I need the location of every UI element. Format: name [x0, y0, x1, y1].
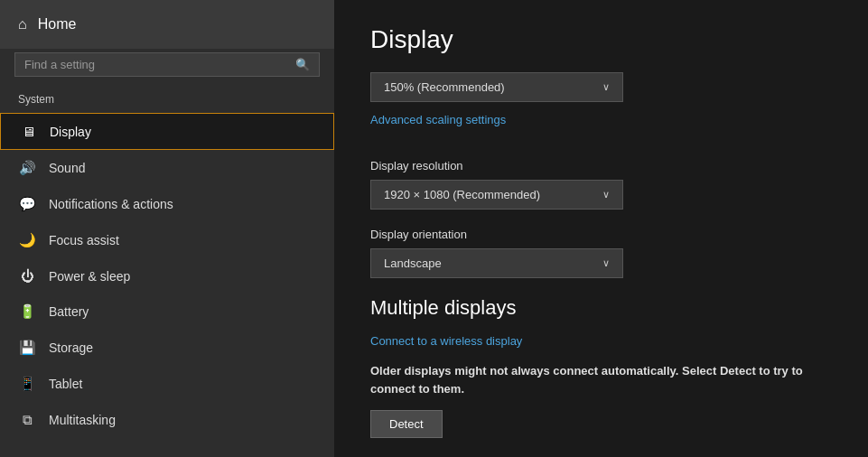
sidebar-item-label: Power & sleep	[49, 269, 130, 284]
resolution-value: 1920 × 1080 (Recommended)	[384, 188, 540, 201]
sidebar-item-storage[interactable]: 💾 Storage	[0, 330, 334, 366]
wireless-display-link[interactable]: Connect to a wireless display	[370, 334, 522, 348]
sidebar-item-label: Storage	[49, 340, 93, 355]
sidebar-item-tablet[interactable]: 📱 Tablet	[0, 366, 334, 402]
orientation-label: Display orientation	[370, 228, 832, 241]
orientation-value: Landscape	[384, 256, 442, 270]
sidebar-item-notifications[interactable]: 💬 Notifications & actions	[0, 186, 334, 222]
focus-icon: 🌙	[18, 232, 36, 248]
notifications-icon: 💬	[18, 196, 36, 212]
multitasking-icon: ⧉	[18, 412, 36, 428]
resolution-section: Display resolution 1920 × 1080 (Recommen…	[370, 159, 832, 210]
system-label: System	[0, 88, 334, 113]
resolution-label: Display resolution	[370, 159, 832, 173]
home-nav-item[interactable]: ⌂ Home	[0, 0, 334, 49]
sidebar-item-display[interactable]: 🖥 Display	[0, 113, 334, 150]
page-title: Display	[370, 25, 832, 54]
sidebar-item-battery[interactable]: 🔋 Battery	[0, 294, 334, 330]
chevron-down-icon: ∨	[602, 257, 610, 269]
chevron-down-icon: ∨	[602, 81, 610, 93]
advanced-scaling-link[interactable]: Advanced scaling settings	[370, 113, 506, 126]
multiple-displays-title: Multiple displays	[370, 296, 832, 320]
multiple-displays-info: Older displays might not always connect …	[370, 362, 804, 397]
sidebar-item-sound[interactable]: 🔊 Sound	[0, 150, 334, 186]
display-icon: 🖥	[19, 124, 37, 139]
power-icon: ⏻	[18, 268, 36, 284]
detect-button[interactable]: Detect	[370, 410, 443, 438]
search-icon: 🔍	[295, 58, 310, 71]
sidebar-item-label: Notifications & actions	[49, 197, 173, 211]
chevron-down-icon: ∨	[602, 189, 610, 201]
scale-dropdown[interactable]: 150% (Recommended) ∨	[370, 72, 623, 102]
sidebar: ⌂ Home 🔍 System 🖥 Display 🔊 Sound 💬 Noti…	[0, 0, 334, 457]
multiple-displays-section: Multiple displays Connect to a wireless …	[370, 296, 832, 454]
sidebar-item-power[interactable]: ⏻ Power & sleep	[0, 258, 334, 294]
search-box[interactable]: 🔍	[14, 52, 320, 77]
home-label: Home	[38, 16, 77, 33]
sound-icon: 🔊	[18, 160, 36, 176]
orientation-section: Display orientation Landscape ∨	[370, 228, 832, 278]
resolution-dropdown[interactable]: 1920 × 1080 (Recommended) ∨	[370, 180, 623, 210]
sidebar-item-focus[interactable]: 🌙 Focus assist	[0, 222, 334, 258]
orientation-dropdown[interactable]: Landscape ∨	[370, 248, 623, 278]
tablet-icon: 📱	[18, 376, 36, 392]
scale-section: 150% (Recommended) ∨ Advanced scaling se…	[370, 72, 832, 141]
main-content: Display 150% (Recommended) ∨ Advanced sc…	[334, 0, 868, 457]
sidebar-item-label: Battery	[49, 304, 89, 319]
search-input[interactable]	[24, 58, 288, 71]
storage-icon: 💾	[18, 340, 36, 356]
sidebar-item-label: Tablet	[49, 377, 82, 391]
scale-value: 150% (Recommended)	[384, 80, 505, 94]
home-icon: ⌂	[18, 16, 27, 33]
sidebar-item-multitasking[interactable]: ⧉ Multitasking	[0, 402, 334, 438]
sidebar-item-label: Sound	[49, 161, 85, 175]
sidebar-item-label: Focus assist	[49, 233, 119, 247]
sidebar-item-label: Multitasking	[49, 413, 116, 427]
battery-icon: 🔋	[18, 303, 36, 320]
sidebar-item-label: Display	[50, 125, 91, 139]
